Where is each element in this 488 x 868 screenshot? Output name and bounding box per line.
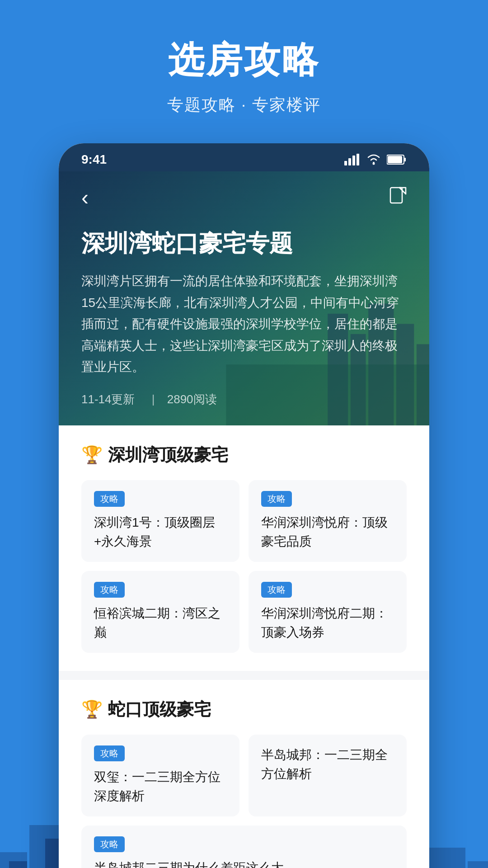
battery-icon <box>387 154 407 165</box>
trophy-icon-2: 🏆 <box>81 699 103 719</box>
phone-mockup: 9:41 <box>59 143 429 868</box>
article-card[interactable]: 半岛城邦：一二三期全方位解析 <box>249 735 407 816</box>
trophy-icon-1: 🏆 <box>81 445 103 465</box>
article-title: 深圳湾1号：顶级圈层+永久海景 <box>94 513 227 551</box>
back-button[interactable]: ‹ <box>81 185 89 210</box>
article-grid-1: 攻略 深圳湾1号：顶级圈层+永久海景 攻略 华润深圳湾悦府：顶级豪宅品质 攻略 … <box>81 480 407 653</box>
article-tag: 攻略 <box>261 582 292 598</box>
article-card[interactable]: 攻略 华润深圳湾悦府：顶级豪宅品质 <box>249 480 407 562</box>
hero-date: 11-14更新 <box>81 392 135 406</box>
article-card[interactable]: 攻略 双玺：一二三期全方位深度解析 <box>81 735 239 816</box>
svg-rect-29 <box>388 156 402 163</box>
svg-rect-25 <box>357 154 359 165</box>
svg-rect-28 <box>404 158 406 161</box>
wifi-icon <box>366 154 381 165</box>
article-tag: 攻略 <box>94 836 125 852</box>
status-icons <box>344 154 407 165</box>
article-tag: 攻略 <box>261 491 292 507</box>
svg-point-26 <box>373 163 375 165</box>
article-title: 恒裕滨城二期：湾区之巅 <box>94 604 227 642</box>
svg-rect-36 <box>390 188 402 203</box>
svg-rect-23 <box>348 158 351 165</box>
article-title: 半岛城邦二三期为什么差距这么大 <box>94 859 394 868</box>
hero-description: 深圳湾片区拥有一流的居住体验和环境配套，坐拥深圳湾15公里滨海长廊，北有深圳湾人… <box>81 270 407 378</box>
article-title: 华润深圳湾悦府：顶级豪宅品质 <box>261 513 394 551</box>
section-shenzhen-bay: 🏆 深圳湾顶级豪宅 攻略 深圳湾1号：顶级圈层+永久海景 攻略 华润深圳湾悦府：… <box>59 425 429 671</box>
article-card[interactable]: 攻略 恒裕滨城二期：湾区之巅 <box>81 571 239 653</box>
hero-title: 深圳湾蛇口豪宅专题 <box>81 228 407 259</box>
content-area: 🏆 深圳湾顶级豪宅 攻略 深圳湾1号：顶级圈层+永久海景 攻略 华润深圳湾悦府：… <box>59 425 429 868</box>
article-title: 半岛城邦：一二三期全方位解析 <box>261 745 394 783</box>
signal-icon <box>344 154 361 165</box>
section-shekou: 🏆 蛇口顶级豪宅 攻略 双玺：一二三期全方位深度解析 半岛城邦：一二三期全方位解… <box>59 680 429 868</box>
status-time: 9:41 <box>81 152 107 167</box>
article-tag: 攻略 <box>94 745 125 761</box>
section-title-1: 🏆 深圳湾顶级豪宅 <box>81 443 407 467</box>
article-title: 双玺：一二三期全方位深度解析 <box>94 768 227 806</box>
article-tag: 攻略 <box>94 582 125 598</box>
svg-rect-24 <box>352 156 355 165</box>
status-bar: 9:41 <box>59 143 429 171</box>
article-title: 华润深圳湾悦府二期：顶豪入场券 <box>261 604 394 642</box>
svg-rect-22 <box>344 161 347 165</box>
hero-meta: 11-14更新 | 2890阅读 <box>81 392 407 407</box>
header-area: 选房攻略 专题攻略 · 专家楼评 <box>0 0 488 143</box>
article-tag: 攻略 <box>94 491 125 507</box>
svg-rect-14 <box>468 861 488 868</box>
page-title: 选房攻略 <box>0 36 488 85</box>
share-button[interactable] <box>389 187 407 208</box>
hero-reads: 2890阅读 <box>167 392 217 406</box>
article-grid-2: 攻略 双玺：一二三期全方位深度解析 半岛城邦：一二三期全方位解析 <box>81 735 407 816</box>
svg-rect-13 <box>429 848 465 868</box>
page-subtitle: 专题攻略 · 专家楼评 <box>0 94 488 116</box>
article-card[interactable]: 攻略 深圳湾1号：顶级圈层+永久海景 <box>81 480 239 562</box>
article-card-full[interactable]: 攻略 半岛城邦二三期为什么差距这么大 <box>81 826 407 868</box>
section-title-2: 🏆 蛇口顶级豪宅 <box>81 698 407 721</box>
svg-rect-15 <box>9 861 27 868</box>
nav-bar: ‹ <box>81 185 407 210</box>
hero-section: ‹ 深圳湾蛇口豪宅专题 深圳湾片区拥有一流的居住体验和环境配套，坐拥深圳湾15公… <box>59 171 429 425</box>
article-card[interactable]: 攻略 华润深圳湾悦府二期：顶豪入场券 <box>249 571 407 653</box>
